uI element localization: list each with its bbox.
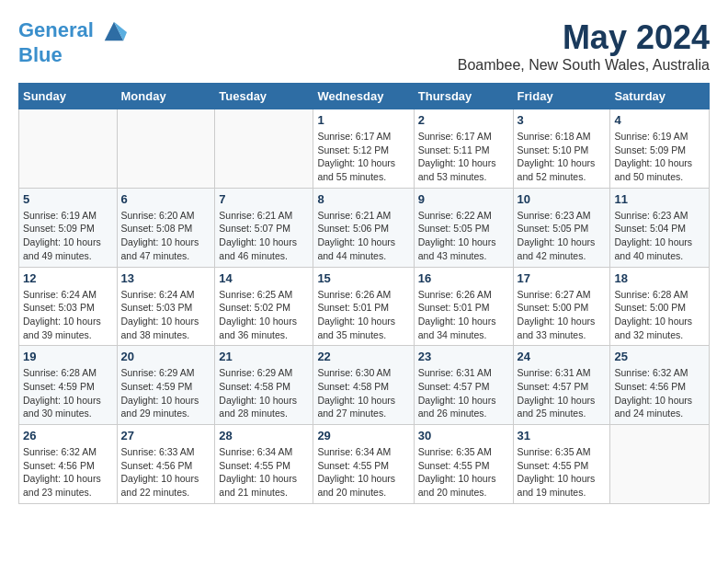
column-header-thursday: Thursday	[414, 84, 513, 109]
day-number: 18	[614, 271, 705, 285]
calendar-cell: 22Sunrise: 6:30 AM Sunset: 4:58 PM Dayli…	[313, 346, 414, 425]
day-info: Sunrise: 6:19 AM Sunset: 5:09 PM Dayligh…	[614, 130, 705, 184]
day-number: 23	[418, 350, 509, 363]
day-number: 17	[518, 271, 607, 285]
day-info: Sunrise: 6:29 AM Sunset: 4:58 PM Dayligh…	[219, 366, 309, 420]
day-info: Sunrise: 6:35 AM Sunset: 4:55 PM Dayligh…	[518, 445, 607, 500]
day-number: 12	[23, 271, 113, 285]
calendar-cell: 16Sunrise: 6:26 AM Sunset: 5:01 PM Dayli…	[414, 267, 513, 346]
calendar-cell: 15Sunrise: 6:26 AM Sunset: 5:01 PM Dayli…	[313, 267, 414, 346]
calendar-cell: 1Sunrise: 6:17 AM Sunset: 5:12 PM Daylig…	[313, 109, 414, 189]
day-info: Sunrise: 6:23 AM Sunset: 5:05 PM Dayligh…	[518, 209, 607, 263]
day-info: Sunrise: 6:31 AM Sunset: 4:57 PM Dayligh…	[518, 366, 607, 420]
day-number: 3	[518, 113, 607, 127]
calendar-cell: 10Sunrise: 6:23 AM Sunset: 5:05 PM Dayli…	[513, 188, 610, 267]
calendar-subtitle: Boambee, New South Wales, Australia	[458, 57, 710, 74]
calendar-cell: 29Sunrise: 6:34 AM Sunset: 4:55 PM Dayli…	[313, 425, 414, 504]
day-number: 13	[121, 271, 211, 285]
day-number: 8	[317, 192, 409, 206]
column-header-sunday: Sunday	[19, 84, 118, 109]
day-info: Sunrise: 6:17 AM Sunset: 5:11 PM Dayligh…	[418, 130, 509, 184]
day-info: Sunrise: 6:32 AM Sunset: 4:56 PM Dayligh…	[23, 445, 113, 500]
day-number: 21	[219, 350, 309, 363]
calendar-cell	[215, 109, 313, 189]
title-area: May 2024 Boambee, New South Wales, Austr…	[458, 18, 710, 74]
logo: General Blue	[18, 18, 127, 66]
calendar-cell: 3Sunrise: 6:18 AM Sunset: 5:10 PM Daylig…	[513, 109, 610, 189]
column-header-saturday: Saturday	[610, 84, 710, 109]
day-number: 5	[23, 192, 113, 206]
calendar-cell: 11Sunrise: 6:23 AM Sunset: 5:04 PM Dayli…	[610, 188, 710, 267]
day-info: Sunrise: 6:23 AM Sunset: 5:04 PM Dayligh…	[614, 209, 705, 263]
calendar-cell: 4Sunrise: 6:19 AM Sunset: 5:09 PM Daylig…	[610, 109, 710, 189]
logo-line2: Blue	[18, 44, 127, 66]
column-header-friday: Friday	[513, 84, 610, 109]
day-info: Sunrise: 6:25 AM Sunset: 5:02 PM Dayligh…	[219, 288, 309, 342]
day-info: Sunrise: 6:35 AM Sunset: 4:55 PM Dayligh…	[418, 445, 509, 500]
day-info: Sunrise: 6:26 AM Sunset: 5:01 PM Dayligh…	[418, 288, 509, 342]
calendar-cell: 14Sunrise: 6:25 AM Sunset: 5:02 PM Dayli…	[215, 267, 313, 346]
calendar-cell: 5Sunrise: 6:19 AM Sunset: 5:09 PM Daylig…	[19, 188, 118, 267]
calendar-cell	[610, 425, 710, 504]
calendar-cell: 8Sunrise: 6:21 AM Sunset: 5:06 PM Daylig…	[313, 188, 414, 267]
week-row-3: 12Sunrise: 6:24 AM Sunset: 5:03 PM Dayli…	[19, 267, 710, 346]
day-number: 9	[418, 192, 509, 206]
calendar-table: SundayMondayTuesdayWednesdayThursdayFrid…	[18, 83, 710, 504]
calendar-cell: 13Sunrise: 6:24 AM Sunset: 5:03 PM Dayli…	[117, 267, 215, 346]
day-number: 11	[614, 192, 705, 206]
week-row-1: 1Sunrise: 6:17 AM Sunset: 5:12 PM Daylig…	[19, 109, 710, 189]
week-row-4: 19Sunrise: 6:28 AM Sunset: 4:59 PM Dayli…	[19, 346, 710, 425]
day-info: Sunrise: 6:34 AM Sunset: 4:55 PM Dayligh…	[317, 445, 409, 500]
day-info: Sunrise: 6:22 AM Sunset: 5:05 PM Dayligh…	[418, 209, 509, 263]
day-info: Sunrise: 6:27 AM Sunset: 5:00 PM Dayligh…	[518, 288, 607, 342]
day-number: 28	[219, 429, 309, 442]
column-header-tuesday: Tuesday	[215, 84, 313, 109]
day-number: 25	[614, 350, 705, 363]
day-info: Sunrise: 6:18 AM Sunset: 5:10 PM Dayligh…	[518, 130, 607, 184]
calendar-cell: 9Sunrise: 6:22 AM Sunset: 5:05 PM Daylig…	[414, 188, 513, 267]
column-header-monday: Monday	[117, 84, 215, 109]
calendar-cell: 18Sunrise: 6:28 AM Sunset: 5:00 PM Dayli…	[610, 267, 710, 346]
day-number: 29	[317, 429, 409, 442]
day-info: Sunrise: 6:21 AM Sunset: 5:07 PM Dayligh…	[219, 209, 309, 263]
day-number: 27	[121, 429, 211, 442]
calendar-cell: 19Sunrise: 6:28 AM Sunset: 4:59 PM Dayli…	[19, 346, 118, 425]
day-number: 7	[219, 192, 309, 206]
day-number: 10	[518, 192, 607, 206]
calendar-cell: 6Sunrise: 6:20 AM Sunset: 5:08 PM Daylig…	[117, 188, 215, 267]
calendar-cell: 31Sunrise: 6:35 AM Sunset: 4:55 PM Dayli…	[513, 425, 610, 504]
day-info: Sunrise: 6:30 AM Sunset: 4:58 PM Dayligh…	[317, 366, 409, 420]
day-info: Sunrise: 6:31 AM Sunset: 4:57 PM Dayligh…	[418, 366, 509, 420]
day-info: Sunrise: 6:20 AM Sunset: 5:08 PM Dayligh…	[121, 209, 211, 263]
day-number: 16	[418, 271, 509, 285]
day-info: Sunrise: 6:29 AM Sunset: 4:59 PM Dayligh…	[121, 366, 211, 420]
calendar-cell: 2Sunrise: 6:17 AM Sunset: 5:11 PM Daylig…	[414, 109, 513, 189]
day-info: Sunrise: 6:17 AM Sunset: 5:12 PM Dayligh…	[317, 130, 409, 184]
day-number: 19	[23, 350, 113, 363]
day-number: 15	[317, 271, 409, 285]
day-number: 4	[614, 113, 705, 127]
day-info: Sunrise: 6:34 AM Sunset: 4:55 PM Dayligh…	[219, 445, 309, 500]
logo-text: General	[18, 18, 127, 44]
day-number: 20	[121, 350, 211, 363]
calendar-cell: 30Sunrise: 6:35 AM Sunset: 4:55 PM Dayli…	[414, 425, 513, 504]
calendar-cell: 25Sunrise: 6:32 AM Sunset: 4:56 PM Dayli…	[610, 346, 710, 425]
day-number: 31	[518, 429, 607, 442]
day-number: 24	[518, 350, 607, 363]
day-info: Sunrise: 6:26 AM Sunset: 5:01 PM Dayligh…	[317, 288, 409, 342]
calendar-header: SundayMondayTuesdayWednesdayThursdayFrid…	[19, 84, 710, 109]
calendar-cell: 21Sunrise: 6:29 AM Sunset: 4:58 PM Dayli…	[215, 346, 313, 425]
day-info: Sunrise: 6:24 AM Sunset: 5:03 PM Dayligh…	[121, 288, 211, 342]
day-info: Sunrise: 6:19 AM Sunset: 5:09 PM Dayligh…	[23, 209, 113, 263]
day-info: Sunrise: 6:24 AM Sunset: 5:03 PM Dayligh…	[23, 288, 113, 342]
calendar-title: May 2024	[458, 18, 710, 57]
day-number: 1	[317, 113, 409, 127]
day-number: 30	[418, 429, 509, 442]
day-number: 22	[317, 350, 409, 363]
column-header-wednesday: Wednesday	[313, 84, 414, 109]
day-info: Sunrise: 6:28 AM Sunset: 4:59 PM Dayligh…	[23, 366, 113, 420]
calendar-cell: 12Sunrise: 6:24 AM Sunset: 5:03 PM Dayli…	[19, 267, 118, 346]
calendar-cell: 26Sunrise: 6:32 AM Sunset: 4:56 PM Dayli…	[19, 425, 118, 504]
day-info: Sunrise: 6:28 AM Sunset: 5:00 PM Dayligh…	[614, 288, 705, 342]
calendar-cell: 17Sunrise: 6:27 AM Sunset: 5:00 PM Dayli…	[513, 267, 610, 346]
